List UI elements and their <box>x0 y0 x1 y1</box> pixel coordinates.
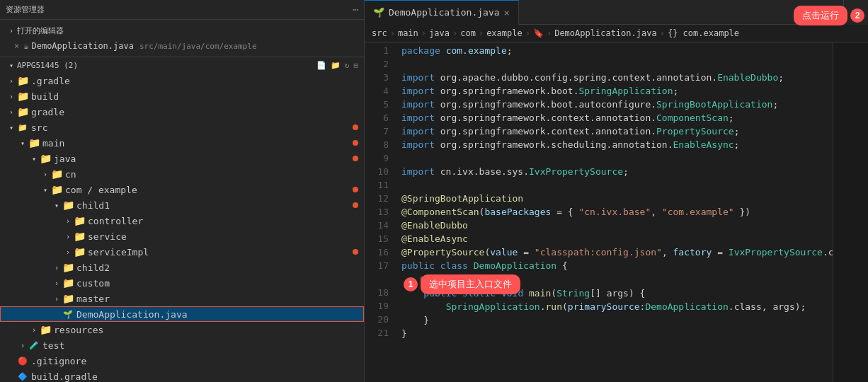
project-name: APPG51445 (2) <box>17 61 78 70</box>
tree-item-test[interactable]: › 🧪 test <box>0 337 364 353</box>
tree-item-buildgradle[interactable]: 🔷 build.gradle <box>0 369 364 382</box>
folder-icon: 📁 <box>74 246 85 257</box>
open-editors-header[interactable]: › 打开的编辑器 <box>0 23 364 38</box>
tree-label: child1 <box>76 200 110 211</box>
breadcrumb-sep: › <box>660 28 665 38</box>
tree-item-com-example[interactable]: ▾ 📁 com / example <box>0 182 364 197</box>
folder-icon: 📁 <box>17 106 28 117</box>
tree-item-cn[interactable]: › 📁 cn <box>0 166 364 182</box>
tree-item-child1[interactable]: ▾ 📁 child1 <box>0 197 364 213</box>
sidebar: 资源管理器 ⋯ › 打开的编辑器 × ☕ DemoApplication.jav… <box>0 0 365 382</box>
tree-label: gradle <box>31 107 64 117</box>
breadcrumb-java[interactable]: java <box>429 28 450 38</box>
editor-tabs: 🌱 DemoApplication.java × ▶ <box>365 0 868 25</box>
callout-1-container: 1 选中项目主入口文件 <box>404 274 520 294</box>
project-arrow: ▾ <box>6 62 17 69</box>
java-file-icon: ☕ <box>23 41 28 51</box>
folder-icon: 📁 <box>28 137 40 149</box>
tree-item-serviceimpl[interactable]: › 📁 serviceImpl <box>0 244 364 260</box>
tree-item-master[interactable]: › 📁 master <box>0 291 364 306</box>
folder-icon: 📁 <box>17 75 28 86</box>
tree-item-gitignore[interactable]: 🔴 .gitignore <box>0 353 364 369</box>
tree-label: service <box>88 231 127 242</box>
breadcrumb-example[interactable]: example <box>486 28 522 38</box>
breadcrumb-sep: › <box>547 28 552 38</box>
tree-item-custom[interactable]: › 📁 custom <box>0 275 364 291</box>
close-icon[interactable]: × <box>14 41 19 51</box>
tree-item-demoapplication[interactable]: 🌱 DemoApplication.java <box>0 306 364 322</box>
breadcrumb-class[interactable]: {} com.example <box>668 28 739 38</box>
tree-item-service[interactable]: › 📁 service <box>0 228 364 244</box>
open-editor-item[interactable]: × ☕ DemoApplication.java src/main/java/c… <box>0 38 364 54</box>
tree-item-child2[interactable]: › 📁 child2 <box>0 260 364 275</box>
breadcrumb-sep: › <box>452 28 457 38</box>
breadcrumb-bookmark-icon: 🔖 <box>533 28 544 38</box>
tree-label: master <box>76 294 110 304</box>
sidebar-header: 资源管理器 ⋯ <box>0 0 364 20</box>
new-folder-icon[interactable]: 📁 <box>331 61 341 70</box>
folder-icon: 📁 <box>51 184 62 195</box>
tree-label: child2 <box>76 262 110 273</box>
modified-dot <box>353 156 358 161</box>
breadcrumb-sep: › <box>421 28 426 38</box>
tree-label: serviceImpl <box>88 247 149 257</box>
tree-item-gradle-hidden[interactable]: › 📁 .gradle <box>0 73 364 88</box>
line-numbers: 12345 678910 1112131415 1617 1819 2021 <box>365 42 394 382</box>
breadcrumb-com[interactable]: com <box>460 28 476 38</box>
more-icon[interactable]: ⋯ <box>353 4 358 15</box>
tree-label: main <box>42 138 64 149</box>
open-editors-arrow: › <box>6 27 17 35</box>
modified-dot <box>353 140 358 146</box>
open-editors-section: › 打开的编辑器 × ☕ DemoApplication.java src/ma… <box>0 20 364 57</box>
tree-item-main[interactable]: ▾ 📁 main <box>0 135 364 151</box>
tree-item-build[interactable]: › 📁 build <box>0 88 364 104</box>
folder-icon: 📁 <box>40 324 51 335</box>
breadcrumb-main[interactable]: main <box>398 28 418 38</box>
folder-icon: 📁 <box>62 293 74 304</box>
folder-src-icon: 📁 <box>17 122 28 133</box>
gradle-icon: 🔷 <box>17 371 28 382</box>
modified-dot <box>353 202 358 208</box>
folder-icon: 📁 <box>17 91 28 102</box>
tree-label: DemoApplication.java <box>76 309 188 320</box>
breadcrumb-file[interactable]: DemoApplication.java <box>554 28 657 38</box>
callout-1-num: 1 <box>404 277 418 291</box>
test-folder-icon: 🧪 <box>28 340 40 351</box>
open-file-name: DemoApplication.java <box>31 41 134 51</box>
tree-item-resources[interactable]: › 📁 resources <box>0 322 364 337</box>
editor-area: 🌱 DemoApplication.java × ▶ src › main › … <box>365 0 868 382</box>
callout-2-text: 点击运行 <box>794 6 847 25</box>
project-tree: ▾ APPG51445 (2) 📄 📁 ↻ ⊟ › 📁 .gradle › 📁 … <box>0 57 364 382</box>
sidebar-header-actions: ⋯ <box>353 4 358 15</box>
minimap <box>833 42 868 382</box>
folder-icon: 📁 <box>62 262 74 273</box>
folder-icon: 📁 <box>40 153 51 164</box>
tree-label: test <box>42 340 64 351</box>
editor-content: 12345 678910 1112131415 1617 1819 2021 p… <box>365 42 868 382</box>
folder-icon: 📁 <box>74 231 85 242</box>
tree-label: java <box>54 154 76 164</box>
tree-item-src[interactable]: ▾ 📁 src <box>0 120 364 135</box>
refresh-icon[interactable]: ↻ <box>345 61 350 70</box>
code-editor[interactable]: package com.example; import org.apache.d… <box>394 42 833 382</box>
breadcrumb-src[interactable]: src <box>372 28 387 38</box>
tree-item-java[interactable]: ▾ 📁 java <box>0 151 364 166</box>
tree-label: .gradle <box>31 76 70 86</box>
modified-dot <box>353 125 358 130</box>
tree-label: .gitignore <box>31 356 86 366</box>
modified-dot <box>353 249 358 255</box>
tree-label: build <box>31 91 59 102</box>
tree-label: controller <box>88 216 143 226</box>
tree-item-gradle[interactable]: › 📁 gradle <box>0 104 364 120</box>
collapse-icon[interactable]: ⊟ <box>353 61 358 70</box>
tree-label: build.gradle <box>31 371 98 382</box>
folder-icon: 📁 <box>51 168 62 180</box>
callout-2-container: 点击运行 2 <box>794 6 864 25</box>
tree-label: src <box>31 122 47 133</box>
breadcrumb-sep: › <box>479 28 484 38</box>
tree-item-controller[interactable]: › 📁 controller <box>0 213 364 228</box>
tab-close-icon[interactable]: × <box>504 7 510 18</box>
editor-tab-demoapplication[interactable]: 🌱 DemoApplication.java × <box>365 0 519 25</box>
new-file-icon[interactable]: 📄 <box>316 61 326 70</box>
project-header[interactable]: ▾ APPG51445 (2) 📄 📁 ↻ ⊟ <box>0 57 364 73</box>
